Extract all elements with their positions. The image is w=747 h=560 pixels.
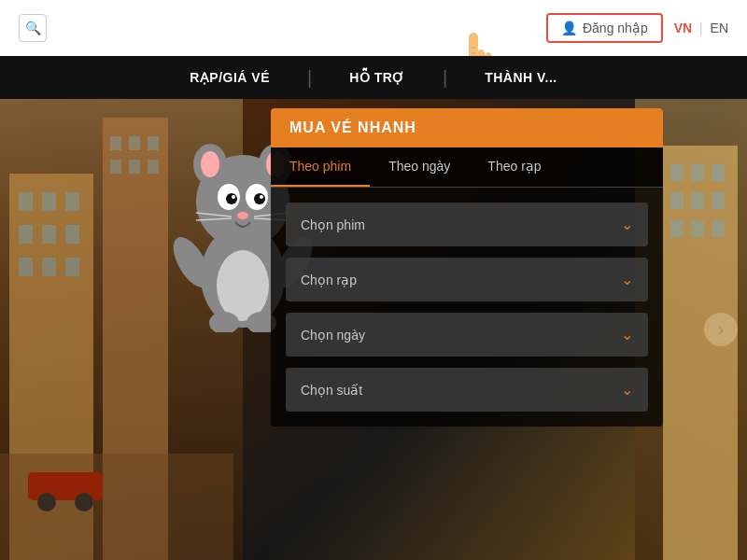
quick-buy-title: MUA VÉ NHANH	[271, 108, 663, 147]
nav-item-thanh[interactable]: THÀNH V...	[447, 70, 595, 85]
select-suat[interactable]: Chọn suất ⌄	[286, 368, 648, 412]
nav-item-hotro[interactable]: HỖ TRỢ	[312, 70, 443, 85]
svg-rect-52	[670, 164, 684, 181]
svg-rect-56	[691, 192, 704, 209]
svg-rect-14	[65, 225, 79, 244]
buildings-right	[654, 99, 747, 560]
lang-vn[interactable]: VN	[674, 21, 692, 35]
select-rap[interactable]: Chọn rạp ⌄	[286, 258, 648, 301]
svg-rect-19	[110, 136, 121, 150]
select-ngay-label: Chọn ngày	[301, 328, 365, 343]
quick-buy-panel: MUA VÉ NHANH Theo phim Theo ngày Theo rạ…	[271, 108, 663, 427]
lang-separator: |	[699, 21, 703, 35]
svg-rect-16	[42, 258, 56, 276]
svg-rect-58	[670, 220, 684, 237]
login-label: Đăng nhập	[583, 21, 648, 35]
select-phim[interactable]: Chọn phim ⌄	[286, 203, 648, 246]
svg-point-48	[217, 250, 269, 321]
login-button[interactable]: 👤 Đăng nhập	[546, 13, 663, 43]
tab-theo-ngay[interactable]: Theo ngày	[370, 147, 469, 187]
svg-point-38	[254, 193, 265, 204]
chevron-down-icon-2: ⌄	[621, 271, 633, 288]
user-icon: 👤	[561, 21, 577, 35]
svg-point-41	[237, 212, 248, 219]
language-switcher[interactable]: VN | EN	[674, 21, 728, 35]
search-button[interactable]: 🔍	[19, 14, 47, 42]
search-icon: 🔍	[25, 21, 41, 35]
quick-buy-body: Chọn phim ⌄ Chọn rạp ⌄ Chọn ngày ⌄ Chọn …	[271, 188, 663, 427]
header: 🔍 👤 Đăng nhập VN | EN	[0, 0, 747, 56]
svg-rect-53	[691, 164, 704, 181]
svg-point-27	[37, 493, 56, 511]
svg-rect-10	[42, 192, 56, 211]
svg-rect-20	[129, 136, 140, 150]
svg-rect-12	[19, 225, 33, 244]
select-rap-label: Chọn rạp	[301, 273, 357, 287]
svg-rect-22	[110, 160, 121, 174]
svg-point-40	[260, 195, 263, 199]
svg-rect-15	[19, 258, 33, 276]
chevron-down-icon-3: ⌄	[621, 326, 633, 343]
svg-rect-59	[691, 220, 704, 237]
chevron-down-icon-4: ⌄	[621, 381, 633, 399]
svg-point-33	[201, 151, 219, 177]
svg-rect-54	[712, 164, 725, 181]
svg-rect-26	[28, 472, 103, 500]
chevron-down-icon: ⌄	[621, 216, 633, 233]
svg-point-28	[75, 493, 93, 511]
svg-rect-60	[712, 220, 725, 237]
header-left: 🔍	[19, 14, 47, 42]
svg-rect-17	[65, 258, 79, 276]
select-ngay[interactable]: Chọn ngày ⌄	[286, 313, 648, 357]
svg-rect-57	[712, 192, 725, 209]
svg-point-37	[226, 193, 237, 204]
svg-rect-13	[42, 225, 56, 244]
nav-item-rap[interactable]: RẠP/GIÁ VÉ	[152, 70, 307, 85]
svg-rect-55	[670, 192, 684, 209]
svg-rect-9	[19, 192, 33, 211]
tab-theo-rap[interactable]: Theo rạp	[469, 147, 559, 187]
svg-rect-25	[0, 454, 233, 560]
tab-theo-phim[interactable]: Theo phim	[271, 147, 370, 187]
header-right: 👤 Đăng nhập VN | EN	[546, 13, 728, 43]
svg-rect-11	[65, 192, 79, 211]
hero-section: MUA VÉ NHANH Theo phim Theo ngày Theo rạ…	[0, 99, 747, 560]
svg-rect-23	[129, 160, 140, 174]
svg-point-39	[232, 195, 235, 199]
main-nav: RẠP/GIÁ VÉ | HỖ TRỢ | THÀNH V...	[0, 56, 747, 99]
lang-en[interactable]: EN	[711, 21, 728, 35]
quick-buy-tabs: Theo phim Theo ngày Theo rạp	[271, 147, 663, 188]
select-phim-label: Chọn phim	[301, 217, 365, 232]
select-suat-label: Chọn suất	[301, 383, 362, 398]
